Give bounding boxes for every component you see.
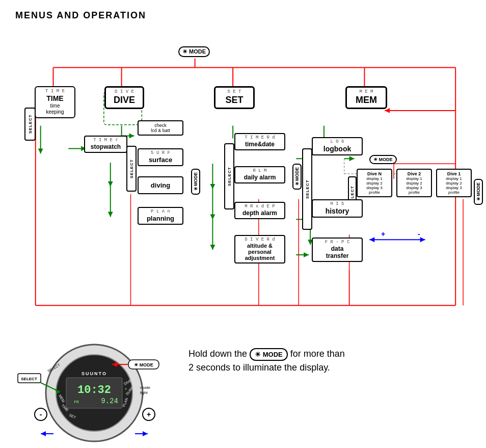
dive-n-display2: display 2 xyxy=(360,181,389,186)
svg-text:light: light xyxy=(140,390,148,395)
diagram-area: ☀ MODE T I M E TIME timekeeping T I M E … xyxy=(15,31,471,327)
planning-menu-box: P L A n planning xyxy=(138,207,183,225)
depth-small-label: M R x d E P xyxy=(238,204,282,209)
dive-2-box: Dive 2 display 1 display 2 display 3 pro… xyxy=(396,169,432,197)
svg-marker-85 xyxy=(143,431,148,436)
svg-text:mode: mode xyxy=(140,385,151,390)
watch-svg: 10:32 FR 9.24 ° SUUNTO mode light + - SE… xyxy=(15,332,168,448)
timedate-big-label: time&date xyxy=(238,141,282,148)
dive-1-label: Dive 1 xyxy=(439,171,469,176)
surface-menu-box: 5 U R F surface xyxy=(138,148,183,166)
mode-btn-dive-boxes[interactable]: ☀MODE xyxy=(474,179,483,205)
dive-2-display1: display 1 xyxy=(399,176,429,181)
dive-1-display3: display 3 xyxy=(439,186,469,190)
logbook-big-label: logbook xyxy=(315,145,359,153)
planning-small-label: P L A n xyxy=(141,209,180,215)
select-btn-time[interactable]: SELECT xyxy=(24,108,36,141)
svg-marker-60 xyxy=(385,108,390,113)
dive-menu-box: D I V E DIVE xyxy=(104,86,144,109)
timedate-menu-box: T I M E R d time&date xyxy=(234,133,285,150)
mem-menu-box: M E M MEM xyxy=(345,86,387,109)
svg-marker-54 xyxy=(304,252,309,257)
stopwatch-big-label: stopwatch xyxy=(88,143,124,150)
sun-icon-4: ☀ xyxy=(373,157,377,162)
sun-icon-2: ☀ xyxy=(193,186,198,191)
note-line2: for more than xyxy=(290,349,345,359)
svg-marker-29 xyxy=(210,184,215,189)
altitude-small-label: D I V E R d xyxy=(238,238,282,243)
dive-n-profile: profile xyxy=(360,190,389,195)
plus-btn-label: + xyxy=(381,230,385,238)
sun-icon-5: ☀ xyxy=(476,196,481,201)
svg-text:SUUNTO: SUUNTO xyxy=(82,371,107,376)
svg-marker-31 xyxy=(210,215,215,220)
time-menu-box: T I M E TIME timekeeping xyxy=(35,86,75,118)
dive-2-label: Dive 2 xyxy=(399,171,429,176)
sun-icon: ☀ xyxy=(182,48,187,55)
mem-big-label: MEM xyxy=(350,95,383,106)
logbook-menu-box: L O 6 logbook xyxy=(312,137,363,155)
history-small-label: H I 5 xyxy=(315,202,359,207)
time-big-label: TIME xyxy=(39,94,71,103)
watch-area: 10:32 FR 9.24 ° SUUNTO mode light + - SE… xyxy=(15,332,168,448)
history-menu-box: H I 5 history xyxy=(312,199,363,218)
depth-menu-box: M R x d E P depth alarm xyxy=(234,202,285,219)
logbook-small-label: L O 6 xyxy=(315,140,359,145)
dive-1-display1: display 1 xyxy=(439,176,469,181)
stopwatch-menu-box: T I M E r stopwatch xyxy=(84,136,127,153)
svg-marker-27 xyxy=(108,212,113,217)
check-menu-box: checklcd & batt xyxy=(138,120,183,136)
diving-label: diving xyxy=(141,181,180,189)
timedate-small-label: T I M E R d xyxy=(238,136,282,141)
mem-small-label: M E M xyxy=(350,90,383,95)
dive-2-display3: display 3 xyxy=(399,186,429,190)
svg-marker-39 xyxy=(349,156,355,161)
transfer-menu-box: F R - P C datatransfer xyxy=(312,238,363,262)
mode-btn-logbook[interactable]: ☀ MODE xyxy=(369,155,397,164)
diving-menu-box: diving xyxy=(138,176,183,194)
svg-marker-25 xyxy=(108,181,113,187)
inline-mode-button: ☀ MODE xyxy=(250,348,288,361)
set-small-label: 5 E T xyxy=(219,90,250,95)
dive-1-display2: display 2 xyxy=(439,181,469,186)
dive-n-display1: display 1 xyxy=(360,176,389,181)
top-mode-button[interactable]: ☀ MODE xyxy=(178,46,210,57)
svg-text:FR: FR xyxy=(74,400,79,404)
svg-text:SELECT: SELECT xyxy=(21,377,37,381)
svg-marker-12 xyxy=(129,134,134,139)
svg-marker-44 xyxy=(369,237,374,242)
mode-btn-dive[interactable]: ☀MODE xyxy=(191,169,200,195)
select-btn-set[interactable]: SELECT xyxy=(224,143,234,209)
dive-2-profile: profile xyxy=(399,190,429,195)
dive-small-label: D I V E xyxy=(109,90,140,95)
svg-text:-: - xyxy=(40,410,42,418)
minus-btn-label: - xyxy=(418,230,420,238)
note-line1: Hold down the xyxy=(188,349,247,359)
dive-n-box: Dive N display 1 display 2 display 3 pro… xyxy=(357,169,392,197)
planning-big-label: planning xyxy=(141,215,180,222)
dive-1-box: Dive 1 display 1 display 2 display 3 pro… xyxy=(436,169,472,197)
svg-marker-7 xyxy=(38,148,43,153)
svg-marker-43 xyxy=(420,237,425,242)
mode-btn-set[interactable]: ☀MODE xyxy=(292,164,302,190)
transfer-small-label: F R - P C xyxy=(315,240,359,245)
svg-text:+: + xyxy=(147,410,151,418)
dive-big-label: DIVE xyxy=(109,95,140,106)
note-text: Hold down the ☀ MODE for more than 2 sec… xyxy=(188,347,345,375)
svg-text:10:32: 10:32 xyxy=(77,384,111,397)
stopwatch-small-label: T I M E r xyxy=(88,138,124,143)
set-menu-box: 5 E T SET xyxy=(214,86,255,109)
time-small-label: T I M E xyxy=(39,89,71,94)
svg-text:9.24: 9.24 xyxy=(101,397,118,405)
surface-big-label: surface xyxy=(141,156,180,164)
altitude-big-label: altitude &personaladjustment xyxy=(238,243,282,261)
alarm-small-label: R L M xyxy=(238,169,282,174)
note-area: Hold down the ☀ MODE for more than 2 sec… xyxy=(188,332,345,375)
select-btn-mem[interactable]: SELECT xyxy=(302,148,312,230)
select-btn-dive[interactable]: SELECT xyxy=(126,146,137,192)
surface-small-label: 5 U R F xyxy=(141,151,180,156)
time-sub-label: timekeeping xyxy=(39,103,71,115)
transfer-big-label: datatransfer xyxy=(315,245,359,259)
page-title: MENUS AND OPERATION xyxy=(15,10,471,21)
altitude-menu-box: D I V E R d altitude &personaladjustment xyxy=(234,235,285,263)
